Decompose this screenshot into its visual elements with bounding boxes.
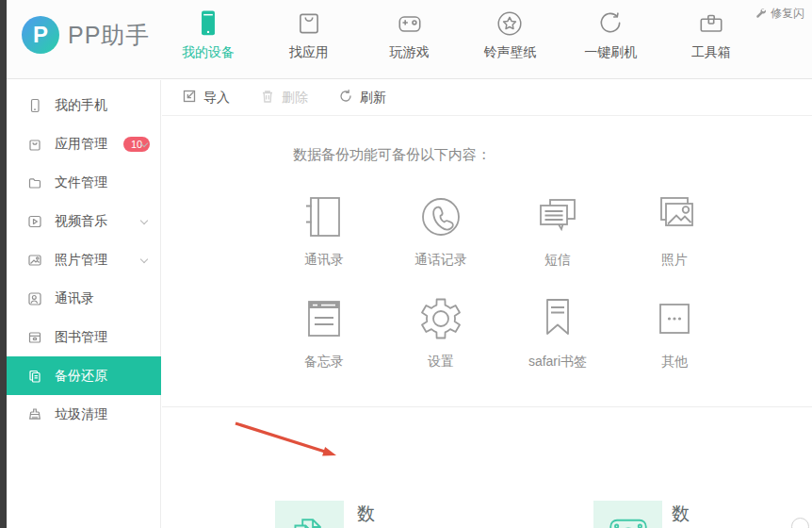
restore-timemachine-icon: [603, 512, 654, 528]
nav-label: 工具箱: [691, 44, 731, 61]
backup-item-call-log: 通话记录: [382, 190, 499, 269]
backup-card-iconbox: [275, 501, 344, 528]
backup-icon: [27, 369, 42, 384]
restore-card-iconbox: [593, 501, 662, 528]
import-icon: [182, 89, 197, 107]
sidebar-item-label: 图书管理: [55, 329, 107, 346]
star-circle-icon: [495, 9, 524, 38]
backup-item-label: 设置: [428, 354, 454, 371]
import-button[interactable]: 导入: [182, 89, 230, 107]
backup-item-label: safari书签: [528, 354, 587, 371]
backup-documents-icon: [284, 512, 336, 528]
refresh-label: 刷新: [360, 90, 386, 107]
sidebar-item-label: 备份还原: [55, 368, 107, 385]
backup-item-label: 通讯录: [304, 252, 344, 269]
refresh-circle-icon: [596, 9, 625, 38]
folder-icon: [27, 175, 42, 190]
window-left-edge: [0, 0, 7, 528]
sidebar-item-label: 通讯录: [55, 290, 94, 307]
trash-icon: [260, 89, 275, 107]
chevron-down-icon[interactable]: [140, 256, 148, 263]
backup-item-label: 其他: [661, 354, 688, 371]
nav-my-device[interactable]: 我的设备: [163, 9, 253, 61]
contacts-icon: [27, 291, 42, 306]
nav-find-apps[interactable]: 找应用: [264, 9, 354, 61]
backup-content-title: 数据备份功能可备份以下内容：: [293, 146, 491, 164]
nav-label: 铃声壁纸: [483, 44, 536, 61]
nav-play-games[interactable]: 玩游戏: [365, 9, 455, 61]
memo-icon: [298, 291, 350, 346]
backup-item-label: 通话记录: [414, 252, 467, 269]
refresh-button[interactable]: 刷新: [338, 89, 386, 107]
section-divider: [162, 406, 812, 407]
other-dots-icon: [648, 291, 701, 346]
nav-label: 我的设备: [182, 44, 235, 61]
nav-one-key-flash[interactable]: 一键刷机: [565, 9, 656, 61]
toolbar: 导入 删除 刷新: [162, 80, 812, 116]
nav-label: 一键刷机: [584, 44, 637, 61]
sidebar-item-label: 文件管理: [55, 174, 107, 191]
sidebar-item-label: 视频音乐: [55, 213, 107, 230]
call-log-icon: [414, 190, 467, 244]
sidebar-item-junk-clean[interactable]: 垃圾清理: [7, 395, 160, 434]
refresh-icon: [338, 89, 353, 107]
backup-item-sms: 短信: [499, 190, 616, 269]
delete-label: 删除: [282, 90, 308, 107]
phone-icon: [27, 98, 42, 113]
sidebar: 我的手机 应用管理 10 文件管理 视频音乐 照片管理 通讯录: [7, 80, 161, 528]
photos-icon: [648, 190, 701, 244]
nav-ringtone-wallpaper[interactable]: 铃声壁纸: [464, 9, 555, 61]
sidebar-item-backup-restore[interactable]: 备份还原: [7, 356, 161, 395]
backup-item-settings: 设置: [382, 291, 499, 371]
backup-item-photos: 照片: [616, 190, 733, 269]
sidebar-item-photo-management[interactable]: 照片管理: [7, 240, 160, 279]
safari-bookmark-icon: [531, 291, 584, 346]
sidebar-item-file-management[interactable]: 文件管理: [7, 163, 160, 202]
wrench-icon: [755, 7, 767, 22]
backup-items-grid: 通讯录 通话记录 短信 照片 备忘录: [266, 190, 733, 371]
nav-toolbox[interactable]: 工具箱: [666, 9, 756, 61]
red-hint-arrow: [230, 418, 352, 465]
delete-button[interactable]: 删除: [260, 89, 308, 107]
repair-label: 修复闪: [771, 6, 804, 22]
app-title: PP助手: [68, 20, 150, 51]
backup-card-title: 数据备份: [357, 502, 375, 528]
sidebar-item-contacts[interactable]: 通讯录: [7, 279, 160, 318]
sms-icon: [531, 190, 584, 244]
app-header: P PP助手 我的设备 找应用 玩游戏 铃声壁纸: [7, 0, 812, 79]
floating-corner-button[interactable]: [791, 518, 809, 528]
top-nav: 我的设备 找应用 玩游戏 铃声壁纸 一键刷机: [163, 9, 756, 61]
settings-gear-icon: [414, 291, 467, 346]
shopping-bag-icon: [295, 9, 323, 38]
video-icon: [27, 214, 42, 229]
nav-label: 玩游戏: [390, 44, 430, 61]
backup-item-label: 短信: [544, 252, 571, 269]
sidebar-item-app-management[interactable]: 应用管理 10: [7, 124, 160, 163]
backup-item-label: 备忘录: [304, 354, 344, 371]
repair-crash-link[interactable]: 修复闪: [755, 6, 804, 22]
backup-item-memo: 备忘录: [266, 291, 382, 371]
sidebar-item-my-phone[interactable]: 我的手机: [7, 86, 160, 124]
sidebar-item-label: 应用管理: [55, 136, 107, 153]
app-logo: P PP助手: [22, 16, 150, 54]
gamepad-icon: [396, 9, 424, 38]
address-book-icon: [298, 190, 350, 244]
sidebar-item-book-management[interactable]: 图书管理: [7, 318, 160, 356]
import-label: 导入: [203, 90, 230, 107]
backup-item-label: 照片: [661, 252, 688, 269]
clean-icon: [27, 407, 42, 422]
nav-label: 找应用: [289, 44, 329, 61]
books-icon: [27, 330, 42, 345]
chevron-down-icon[interactable]: [140, 217, 148, 224]
toolbox-icon: [697, 9, 725, 38]
sidebar-item-video-music[interactable]: 视频音乐: [7, 202, 160, 240]
main-panel: 导入 删除 刷新 数据备份功能可备份以下内容： 通讯录 通话记录: [162, 80, 812, 528]
device-phone-icon: [194, 9, 222, 38]
sidebar-item-label: 照片管理: [55, 252, 107, 269]
sidebar-item-label: 垃圾清理: [55, 406, 107, 423]
pp-logo-icon: P: [22, 16, 59, 54]
backup-item-safari-bookmarks: safari书签: [499, 291, 616, 371]
photo-icon: [27, 253, 42, 268]
backup-item-other: 其他: [616, 291, 733, 371]
restore-card-title: 数据恢复: [672, 502, 690, 528]
